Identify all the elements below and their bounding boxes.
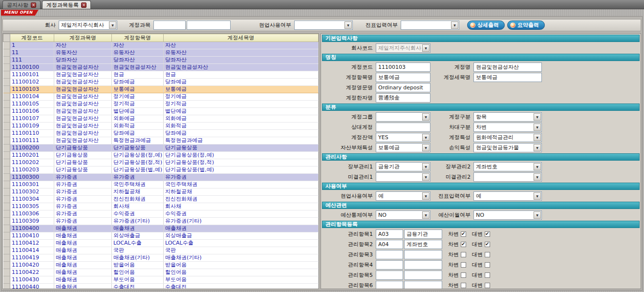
table-row[interactable]: 11100306유가증권수익증권수익증권 bbox=[3, 210, 319, 218]
book-mgmt1-select[interactable]: 금융기관 ▼ bbox=[376, 162, 430, 171]
row-selector[interactable] bbox=[3, 152, 10, 159]
row-selector[interactable] bbox=[3, 79, 10, 86]
account-trait-select[interactable]: 원화예적금관리 ▼ bbox=[473, 133, 542, 142]
chevron-down-icon[interactable]: ▼ bbox=[109, 21, 116, 29]
row-selector[interactable] bbox=[3, 137, 10, 145]
mgmt-item-code-input[interactable] bbox=[376, 281, 403, 289]
summary-print-button[interactable]: 요약출력 bbox=[507, 21, 545, 30]
row-selector[interactable] bbox=[3, 145, 10, 152]
chevron-down-icon[interactable]: ▼ bbox=[534, 124, 541, 131]
row-selector[interactable] bbox=[3, 101, 10, 108]
asset-liability-trait-select[interactable]: 보통예금 ▼ bbox=[376, 143, 430, 152]
table-row[interactable]: 11100111현금및현금성자산특정현금과예금특정현금과예금 bbox=[3, 137, 319, 145]
column-header-account-code[interactable]: 계정코드 bbox=[10, 34, 54, 42]
tab-account-registration[interactable]: 계정과목등록 × bbox=[42, 0, 91, 9]
field-use-select[interactable]: 예 ▼ bbox=[376, 191, 430, 201]
table-row[interactable]: 11100420매출채권받을어음받을어음 bbox=[3, 262, 319, 269]
table-row[interactable]: 11100201단기금융상품단기금융상품(정,예)단기금융상품(정,예) bbox=[3, 152, 319, 159]
budget-carryover-select[interactable]: NO ▼ bbox=[473, 210, 542, 220]
table-row[interactable]: 11100200단기금융상품단기금융상품단기금융상품 bbox=[3, 145, 319, 152]
mgmt-item-code-input[interactable] bbox=[376, 250, 403, 259]
row-selector[interactable] bbox=[3, 123, 10, 130]
chevron-down-icon[interactable]: ▼ bbox=[422, 144, 429, 151]
column-header-item-name[interactable]: 계정항목명 bbox=[112, 34, 164, 42]
slip-input-select[interactable]: 예 ▼ bbox=[473, 191, 542, 201]
row-selector[interactable] bbox=[3, 232, 10, 240]
debit-credit-division-select[interactable]: 차변 ▼ bbox=[473, 123, 542, 132]
company-code-select[interactable]: 제일저지주식회사 ▼ bbox=[376, 43, 430, 53]
row-selector[interactable] bbox=[3, 284, 10, 290]
row-selector[interactable] bbox=[3, 276, 10, 284]
credit-checkbox[interactable] bbox=[485, 252, 490, 257]
budget-control-select[interactable]: NO ▼ bbox=[376, 210, 430, 220]
row-selector[interactable] bbox=[3, 49, 10, 57]
table-row[interactable]: 11100422매출채권할인어음할인어음 bbox=[3, 269, 319, 276]
mgmt-item-code-input[interactable] bbox=[376, 271, 403, 280]
mgmt-item-code-input[interactable] bbox=[376, 229, 403, 239]
chevron-down-icon[interactable]: ▼ bbox=[534, 163, 541, 170]
table-row[interactable]: 11100300유가증권유가증권유가증권 bbox=[3, 174, 319, 181]
debit-checkbox[interactable] bbox=[461, 283, 466, 288]
table-row[interactable]: 11유동자산유동자산유동자산 bbox=[3, 49, 319, 57]
table-row[interactable]: 11100410매출채권외상매출금외상매출금 bbox=[3, 232, 319, 240]
table-row[interactable]: 11100102현금및현금성자산당좌예금당좌예금 bbox=[3, 79, 319, 86]
account-code-filter-input[interactable] bbox=[153, 21, 186, 30]
table-row[interactable]: 11100101현금및현금성자산현금현금 bbox=[3, 71, 319, 79]
tab-notice[interactable]: 공지사항 × bbox=[2, 0, 41, 9]
mgmt-item-name-input[interactable] bbox=[404, 229, 442, 239]
chevron-down-icon[interactable]: ▼ bbox=[534, 173, 541, 181]
mgmt-item-name-input[interactable] bbox=[404, 271, 442, 280]
table-row[interactable]: 1자산자산자산 bbox=[3, 42, 319, 49]
chevron-down-icon[interactable]: ▼ bbox=[534, 113, 541, 121]
table-row[interactable]: 11100400매출채권매출채권매출채권 bbox=[3, 225, 319, 232]
account-balance-select[interactable]: YES ▼ bbox=[376, 133, 430, 142]
table-row[interactable]: 11100202단기금융상품단기금융상품(정,적)단기금융상품(정,적) bbox=[3, 159, 319, 167]
table-row[interactable]: 11100414매출채권국판국판 bbox=[3, 247, 319, 254]
mgmt-item-name-input[interactable] bbox=[404, 240, 442, 249]
mgmt-item-name-input[interactable] bbox=[404, 260, 442, 270]
table-row[interactable]: 11100104현금및현금성자산정기예금정기예금 bbox=[3, 93, 319, 101]
debit-checkbox[interactable] bbox=[461, 242, 466, 247]
chevron-down-icon[interactable]: ▼ bbox=[534, 134, 541, 141]
row-selector[interactable] bbox=[3, 159, 10, 167]
table-row[interactable]: 11100304유가증권전신전화채권전신전화채권 bbox=[3, 196, 319, 203]
row-selector[interactable] bbox=[3, 174, 10, 181]
row-selector[interactable] bbox=[3, 130, 10, 137]
table-row[interactable]: 11100105현금및현금성자산정기적금정기적금 bbox=[3, 101, 319, 108]
row-selector[interactable] bbox=[3, 210, 10, 218]
debit-checkbox[interactable] bbox=[461, 262, 466, 268]
credit-checkbox[interactable] bbox=[485, 262, 490, 268]
debit-checkbox[interactable] bbox=[461, 272, 466, 278]
table-row[interactable]: 11100305유가증권회사채회사채 bbox=[3, 203, 319, 210]
chevron-down-icon[interactable]: ▼ bbox=[422, 163, 429, 170]
table-row[interactable]: 11100412매출채권LOCAL수출LOCAL수출 bbox=[3, 240, 319, 247]
item-name-field[interactable] bbox=[376, 73, 430, 82]
account-code-field[interactable] bbox=[376, 63, 430, 72]
row-selector[interactable] bbox=[3, 71, 10, 79]
row-selector[interactable] bbox=[3, 254, 10, 262]
mgmt-item-name-input[interactable] bbox=[404, 250, 442, 259]
table-row[interactable]: 11100309유가증권유가증권(기타)유가증권(기타) bbox=[3, 218, 319, 225]
chevron-down-icon[interactable]: ▼ bbox=[422, 44, 429, 52]
table-row[interactable]: 11100301유가증권국민주택채권국민주택채권 bbox=[3, 181, 319, 188]
detail-print-button[interactable]: 상세출력 bbox=[467, 21, 505, 30]
chevron-down-icon[interactable]: ▼ bbox=[422, 113, 429, 121]
table-row[interactable]: 11100100현금및현금성자산현금및현금성자산현금및현금성자산 bbox=[3, 64, 319, 71]
row-selector[interactable] bbox=[3, 269, 10, 276]
table-row[interactable]: 11100430매출채권부도어음부도어음 bbox=[3, 276, 319, 284]
row-selector[interactable] bbox=[3, 247, 10, 254]
account-name-filter-input[interactable] bbox=[187, 21, 231, 30]
account-division-select[interactable]: 항목 ▼ bbox=[473, 112, 542, 122]
debit-checkbox[interactable] bbox=[461, 231, 466, 237]
chevron-down-icon[interactable]: ▼ bbox=[534, 211, 541, 219]
slip-input-filter-select[interactable]: ▼ bbox=[401, 21, 459, 30]
mgmt-item-code-input[interactable] bbox=[376, 260, 403, 270]
table-row[interactable]: 11100103현금및현금성자산보통예금보통예금 bbox=[3, 86, 319, 93]
english-name-field[interactable] bbox=[376, 83, 430, 92]
close-icon[interactable]: × bbox=[31, 2, 36, 8]
row-selector[interactable] bbox=[3, 167, 10, 174]
mgmt-item-name-input[interactable] bbox=[404, 281, 442, 289]
open-mgmt2-select[interactable]: ▼ bbox=[473, 172, 542, 182]
close-icon[interactable]: × bbox=[81, 2, 86, 8]
row-selector[interactable] bbox=[3, 86, 10, 93]
